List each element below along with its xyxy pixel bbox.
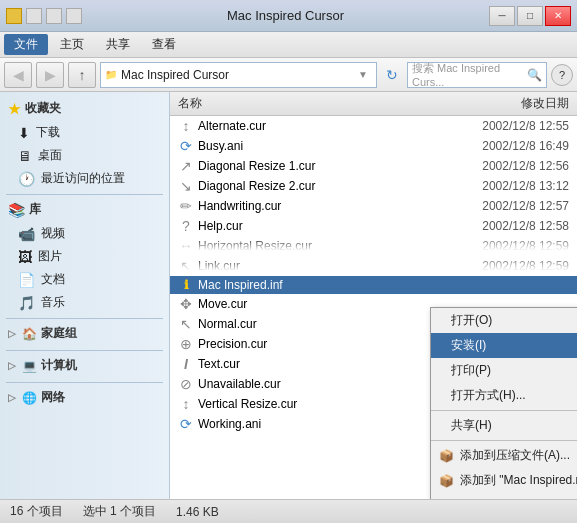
- table-row[interactable]: ↖ Link.cur 2002/12/8 12:59: [170, 256, 577, 276]
- file-icon: ⟳: [178, 138, 194, 154]
- ctx-open-with[interactable]: 打开方式(H)...: [431, 383, 577, 408]
- pictures-icon: 🖼: [18, 249, 32, 265]
- ctx-share[interactable]: 共享(H): [431, 413, 577, 438]
- window-controls: ─ □ ✕: [489, 6, 571, 26]
- file-name: Working.ani: [198, 417, 261, 431]
- file-icon: ↗: [178, 158, 194, 174]
- file-name-cell: ↕ Vertical Resize.cur: [170, 396, 447, 412]
- table-row[interactable]: ↔ Horizontal Resize.cur 2002/12/8 12:59: [170, 236, 577, 256]
- archive-icon: 📦: [439, 449, 454, 463]
- file-name: Text.cur: [198, 357, 240, 371]
- help-button[interactable]: ?: [551, 64, 573, 86]
- file-name-cell: ✥ Move.cur: [170, 296, 447, 312]
- minimize-button[interactable]: ─: [489, 6, 515, 26]
- file-name: Horizontal Resize.cur: [198, 239, 312, 253]
- menu-share[interactable]: 共享: [96, 34, 140, 55]
- main-layout: ★ 收藏夹 ⬇ 下载 🖥 桌面 🕐 最近访问的位置 📚 库: [0, 92, 577, 499]
- homegroup-icon: 🏠: [22, 327, 37, 341]
- file-name: Vertical Resize.cur: [198, 397, 297, 411]
- ctx-install[interactable]: 安装(I): [431, 333, 577, 358]
- sidebar-item-recent[interactable]: 🕐 最近访问的位置: [0, 167, 169, 190]
- sidebar-item-video[interactable]: 📹 视频: [0, 222, 169, 245]
- file-date: 2002/12/8 12:57: [447, 199, 577, 213]
- address-folder-icon: 📁: [105, 69, 117, 80]
- file-list[interactable]: 名称 修改日期 ↕ Alternate.cur 2002/12/8 12:55 …: [170, 92, 577, 499]
- table-row[interactable]: ↗ Diagonal Resize 1.cur 2002/12/8 12:56: [170, 156, 577, 176]
- menu-file[interactable]: 文件: [4, 34, 48, 55]
- sidebar-network-header[interactable]: ▷ 🌐 网络: [0, 385, 169, 410]
- file-date: 2002/12/8 12:59: [447, 239, 577, 253]
- refresh-button[interactable]: ↻: [381, 64, 403, 86]
- back-button[interactable]: ◀: [4, 62, 32, 88]
- sidebar-favorites-section: ★ 收藏夹 ⬇ 下载 🖥 桌面 🕐 最近访问的位置: [0, 96, 169, 190]
- file-name-cell: ↖ Normal.cur: [170, 316, 447, 332]
- address-dropdown-icon[interactable]: ▼: [354, 69, 372, 80]
- ctx-add-to-archive[interactable]: 📦 添加到压缩文件(A)...: [431, 443, 577, 468]
- quick-action-2[interactable]: [46, 8, 62, 24]
- sidebar-homegroup-header[interactable]: ▷ 🏠 家庭组: [0, 321, 169, 346]
- file-list-header: 名称 修改日期: [170, 92, 577, 116]
- video-icon: 📹: [18, 226, 35, 242]
- window-title: Mac Inspired Cursor: [82, 8, 489, 23]
- file-name: Mac Inspired.inf: [198, 278, 283, 292]
- title-bar: Mac Inspired Cursor ─ □ ✕: [0, 0, 577, 32]
- sidebar-item-desktop[interactable]: 🖥 桌面: [0, 144, 169, 167]
- sidebar-library-section: 📚 库 📹 视频 🖼 图片 📄 文档 🎵 音乐: [0, 197, 169, 314]
- file-name: Normal.cur: [198, 317, 257, 331]
- search-placeholder: 搜索 Mac Inspired Curs...: [412, 61, 527, 88]
- search-icon[interactable]: 🔍: [527, 68, 542, 82]
- file-icon: ?: [178, 218, 194, 234]
- file-name: Link.cur: [198, 259, 240, 273]
- sidebar-item-music[interactable]: 🎵 音乐: [0, 291, 169, 314]
- search-bar[interactable]: 搜索 Mac Inspired Curs... 🔍: [407, 62, 547, 88]
- table-row-selected[interactable]: ℹ Mac Inspired.inf: [170, 276, 577, 294]
- sidebar-item-pictures[interactable]: 🖼 图片: [0, 245, 169, 268]
- sidebar-computer-header[interactable]: ▷ 💻 计算机: [0, 353, 169, 378]
- ctx-add-to-rar[interactable]: 📦 添加到 "Mac Inspired.rar"(T): [431, 468, 577, 493]
- ctx-print[interactable]: 打印(P): [431, 358, 577, 383]
- ctx-compress-email[interactable]: 📧 压缩并 E-mail...: [431, 493, 577, 499]
- sidebar-item-downloads[interactable]: ⬇ 下载: [0, 121, 169, 144]
- quick-action-1[interactable]: [26, 8, 42, 24]
- table-row[interactable]: ↕ Alternate.cur 2002/12/8 12:55: [170, 116, 577, 136]
- file-name: Diagonal Resize 1.cur: [198, 159, 315, 173]
- table-row[interactable]: ↘ Diagonal Resize 2.cur 2002/12/8 13:12: [170, 176, 577, 196]
- forward-button[interactable]: ▶: [36, 62, 64, 88]
- sidebar-item-documents[interactable]: 📄 文档: [0, 268, 169, 291]
- menu-home[interactable]: 主页: [50, 34, 94, 55]
- address-bar[interactable]: 📁 Mac Inspired Cursor ▼: [100, 62, 377, 88]
- menu-view[interactable]: 查看: [142, 34, 186, 55]
- file-icon: ↘: [178, 178, 194, 194]
- up-button[interactable]: ↑: [68, 62, 96, 88]
- sidebar: ★ 收藏夹 ⬇ 下载 🖥 桌面 🕐 最近访问的位置 📚 库: [0, 92, 170, 499]
- file-icon: ↖: [178, 258, 194, 274]
- quick-action-3[interactable]: [66, 8, 82, 24]
- music-icon: 🎵: [18, 295, 35, 311]
- ctx-open[interactable]: 打开(O): [431, 308, 577, 333]
- file-name-cell: ↕ Alternate.cur: [170, 118, 447, 134]
- table-row[interactable]: ⟳ Busy.ani 2002/12/8 16:49: [170, 136, 577, 156]
- table-row[interactable]: ✏ Handwriting.cur 2002/12/8 12:57: [170, 196, 577, 216]
- file-date: 2002/12/8 12:59: [447, 259, 577, 273]
- sidebar-music-label: 音乐: [41, 294, 65, 311]
- file-date: 2002/12/8 12:58: [447, 219, 577, 233]
- table-row[interactable]: ? Help.cur 2002/12/8 12:58: [170, 216, 577, 236]
- rar-icon: 📦: [439, 474, 454, 488]
- file-name-cell: ⟳ Busy.ani: [170, 138, 447, 154]
- column-date: 修改日期: [447, 95, 577, 112]
- status-count: 16 个项目: [10, 503, 63, 520]
- network-expand-icon: ▷: [8, 392, 16, 403]
- sidebar-homegroup-section: ▷ 🏠 家庭组: [0, 321, 169, 346]
- menu-bar: 文件 主页 共享 查看: [0, 32, 577, 58]
- file-name-cell: I Text.cur: [170, 356, 447, 372]
- sidebar-video-label: 视频: [41, 225, 65, 242]
- sidebar-divider-4: [6, 382, 163, 383]
- file-icon: ↕: [178, 396, 194, 412]
- status-selected: 选中 1 个项目: [83, 503, 156, 520]
- close-button[interactable]: ✕: [545, 6, 571, 26]
- file-name: Unavailable.cur: [198, 377, 281, 391]
- sidebar-pictures-label: 图片: [38, 248, 62, 265]
- maximize-button[interactable]: □: [517, 6, 543, 26]
- ctx-add-to-archive-label: 添加到压缩文件(A)...: [460, 447, 570, 464]
- file-name-cell: ⟳ Working.ani: [170, 416, 447, 432]
